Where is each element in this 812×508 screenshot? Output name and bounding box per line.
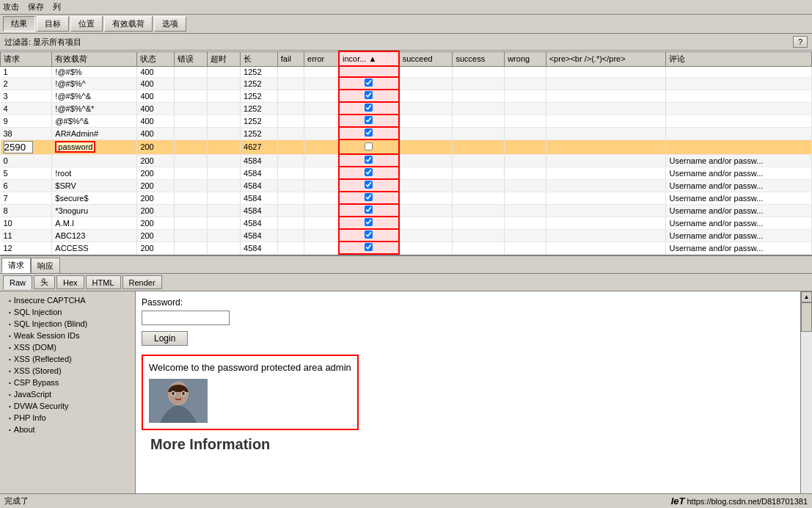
tab-results[interactable]: 结果 — [3, 16, 35, 32]
col-header-req[interactable]: 请求 — [1, 51, 52, 66]
table-row[interactable]: 3 !@#$%^& 400 1252 — [1, 90, 812, 102]
table-row[interactable]: 7 $secure$ 200 4584 Username and/or pass… — [1, 192, 812, 204]
col-header-incor[interactable]: incor... ▲ — [339, 51, 399, 66]
incor-checkbox[interactable] — [365, 156, 373, 164]
tab-position[interactable]: 位置 — [70, 16, 103, 32]
col-header-wrong[interactable]: wrong — [505, 51, 546, 66]
sidebar-label: PHP Info — [14, 413, 46, 422]
sidebar-item-javascript[interactable]: • JavaScript — [0, 388, 135, 400]
response-area: Password: Login Welcome to the password … — [136, 291, 800, 508]
incor-checkbox[interactable] — [365, 168, 373, 176]
sidebar-item-xss-dom[interactable]: • XSS (DOM) — [0, 341, 135, 353]
table-row[interactable]: 38 AR#Admin# 400 1252 — [1, 127, 812, 139]
incor-checkbox[interactable] — [365, 243, 373, 251]
incor-checkbox[interactable] — [365, 193, 373, 201]
cell-comment: Username and/or passw... — [666, 154, 812, 167]
sidebar-item-weak-session-ids[interactable]: • Weak Session IDs — [0, 330, 135, 341]
table-row[interactable]: 8 *3noguru 200 4584 Username and/or pass… — [1, 204, 812, 217]
tab-options[interactable]: 选项 — [154, 16, 186, 32]
filter-label: 过滤器: 显示所有项目 — [4, 37, 81, 48]
table-row[interactable]: 9 @#$%^& 400 1252 — [1, 115, 812, 127]
col-header-succeed[interactable]: succeed — [399, 51, 453, 66]
incor-checkbox[interactable] — [365, 206, 373, 214]
sidebar-item-sql-injection-blind[interactable]: • SQL Injection (Blind) — [0, 318, 135, 330]
incor-checkbox[interactable] — [365, 128, 373, 137]
help-button[interactable]: ? — [793, 36, 808, 48]
sidebar-item-sql-injection[interactable]: • SQL Injection — [0, 306, 135, 318]
menu-attack[interactable]: 攻击 — [3, 1, 19, 12]
cell-fail — [277, 127, 304, 139]
cell-req: 6 — [1, 179, 52, 192]
incor-checkbox[interactable] — [365, 79, 373, 87]
right-scrollbar[interactable]: ▲ ▼ — [800, 291, 812, 508]
table-row[interactable]: 4 !@#$%^&* 400 1252 — [1, 102, 812, 115]
table-row[interactable]: 12 ACCESS 200 4584 Username and/or passw… — [1, 242, 812, 254]
cell-length: 4627 — [241, 139, 278, 154]
col-header-pre[interactable]: <pre><br />(.*)</pre> — [546, 51, 666, 66]
sidebar-item-dvwa-security[interactable]: • DVWA Security — [0, 400, 135, 412]
cell-status: 200 — [137, 254, 175, 255]
cell-errorc — [304, 154, 339, 167]
tab-request[interactable]: 请求 — [1, 258, 31, 273]
table-row[interactable]: 13 ADLDEMO 200 4584 Username and/or pass… — [1, 254, 812, 255]
tab-response[interactable]: 响应 — [31, 258, 60, 273]
sidebar-item-csp-bypass[interactable]: • CSP Bypass — [0, 377, 135, 388]
incor-checkbox[interactable] — [365, 181, 373, 189]
cell-incor — [339, 127, 399, 139]
resp-tab-hex[interactable]: Hex — [56, 275, 84, 289]
table-row[interactable]: 11 ABC123 200 4584 Username and/or passw… — [1, 229, 812, 242]
more-info-heading: More Information — [150, 436, 786, 453]
table-row[interactable]: 5 !root 200 4584 Username and/or passw..… — [1, 167, 812, 179]
cell-timeout — [208, 204, 241, 217]
incor-checkbox[interactable] — [365, 91, 373, 99]
col-header-timeout[interactable]: 超时 — [208, 51, 241, 66]
menu-save[interactable]: 保存 — [28, 1, 44, 12]
cell-payload: $SRV — [52, 179, 137, 192]
incor-checkbox[interactable] — [365, 218, 373, 226]
col-header-comment[interactable]: 评论 — [666, 51, 812, 66]
table-row[interactable]: 10 A.M.I 200 4584 Username and/or passw.… — [1, 217, 812, 229]
col-header-success[interactable]: success — [453, 51, 505, 66]
cell-error — [175, 192, 208, 204]
tab-target[interactable]: 目标 — [37, 16, 69, 32]
sidebar-item-php-info[interactable]: • PHP Info — [0, 412, 135, 424]
col-header-payload[interactable]: 有效载荷 — [52, 51, 137, 66]
incor-checkbox[interactable] — [365, 116, 373, 124]
resp-tab-head[interactable]: 头 — [34, 275, 55, 289]
scroll-up-arrow[interactable]: ▲ — [801, 291, 812, 302]
resp-tab-html[interactable]: HTML — [86, 275, 121, 289]
table-row[interactable]: 2 !@#$%^ 400 1252 — [1, 77, 812, 90]
table-row[interactable]: 6 $SRV 200 4584 Username and/or passw... — [1, 179, 812, 192]
cell-status: 200 — [137, 167, 175, 179]
table-row[interactable]: 1 !@#$% 400 1252 — [1, 66, 812, 77]
tab-payload[interactable]: 有效载荷 — [104, 16, 153, 32]
row-number-input[interactable] — [4, 141, 33, 153]
col-header-fail[interactable]: fail — [277, 51, 304, 66]
incor-checkbox[interactable] — [365, 231, 373, 239]
menu-columns[interactable]: 列 — [53, 1, 61, 12]
person-image-svg — [149, 379, 208, 423]
login-button[interactable]: Login — [142, 331, 188, 346]
sidebar-item-xss-stored[interactable]: • XSS (Stored) — [0, 365, 135, 377]
resp-tab-raw[interactable]: Raw — [3, 275, 32, 289]
incor-checkbox[interactable] — [365, 104, 373, 112]
incor-checkbox[interactable] — [365, 142, 373, 150]
sidebar-item-xss-reflected[interactable]: • XSS (Reflected) — [0, 353, 135, 365]
col-header-error[interactable]: 错误 — [175, 51, 208, 66]
scroll-thumb[interactable] — [801, 302, 812, 332]
table-row[interactable]: 0 200 4584 Username and/or passw... — [1, 154, 812, 167]
col-header-status[interactable]: 状态 — [137, 51, 175, 66]
scroll-track[interactable] — [801, 302, 812, 508]
cell-success — [453, 229, 505, 242]
cell-req: 4 — [1, 102, 52, 115]
col-header-error2[interactable]: error — [304, 51, 339, 66]
cell-length: 1252 — [241, 127, 278, 139]
table-row[interactable]: password 200 4627 — [1, 139, 812, 154]
resp-tab-render[interactable]: Render — [122, 275, 162, 289]
password-input[interactable] — [142, 311, 230, 325]
cell-errorc — [304, 77, 339, 90]
col-header-length[interactable]: 长 — [241, 51, 278, 66]
cell-incor — [339, 179, 399, 192]
sidebar-item-insecure-captcha[interactable]: • Insecure CAPTCHA — [0, 294, 135, 306]
sidebar-item-about[interactable]: • About — [0, 424, 135, 435]
